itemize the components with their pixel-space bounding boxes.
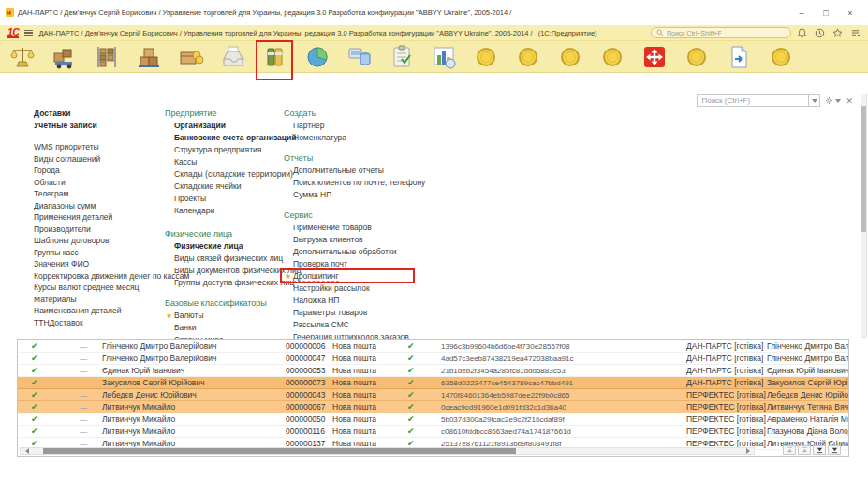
- group-dash-icon[interactable]: [53, 365, 102, 376]
- menu-item[interactable]: Проекты: [165, 193, 302, 205]
- move-up-button[interactable]: [798, 445, 811, 455]
- minimize-button[interactable]: –: [789, 6, 814, 21]
- cell-name[interactable]: Литвинчук Михайло: [102, 401, 286, 413]
- cell-code[interactable]: 000000047: [286, 353, 332, 364]
- menu-item[interactable]: Рассылка СМС: [284, 319, 425, 331]
- cell-delivery[interactable]: Нова пошта: [332, 353, 400, 364]
- check-icon[interactable]: [18, 413, 53, 425]
- check-icon[interactable]: [18, 426, 53, 437]
- cell-delivery[interactable]: Нова пошта: [332, 389, 400, 401]
- exchange-icon[interactable]: [641, 44, 668, 70]
- table-row[interactable]: Литвинчук Михайло000000116Нова поштаc086…: [18, 426, 848, 438]
- cell-hash[interactable]: 1396c3b99604b6d6be4f730e28557f08: [441, 340, 686, 352]
- scroll-right-icon[interactable]: [746, 448, 750, 454]
- group-dash-icon[interactable]: [53, 353, 102, 364]
- cell-firm[interactable]: ДАН-ПАРТС [готівка]: [686, 377, 767, 388]
- cell-name[interactable]: Єдинак Юрій Іванович: [102, 365, 286, 376]
- group-dash-icon[interactable]: [53, 413, 102, 425]
- cell-name[interactable]: Глінченко Дмитро Валерійович: [102, 340, 286, 352]
- cell-hash[interactable]: 1470f84601364eb5987dee22f9b0c865: [441, 389, 686, 401]
- move-down-button[interactable]: [813, 445, 826, 455]
- clipboard-icon[interactable]: [389, 44, 415, 70]
- check-icon[interactable]: [18, 353, 53, 364]
- check-icon[interactable]: [400, 426, 441, 437]
- cell-delivery[interactable]: Нова пошта: [332, 401, 400, 413]
- menu-item[interactable]: Структура предприятия: [165, 144, 302, 156]
- table-row-selected[interactable]: Закусилов Сергій Юрійович000000073Нова п…: [18, 377, 848, 389]
- move-to-top-button[interactable]: [783, 445, 796, 455]
- cell-name2[interactable]: Литвинчук Тетяна Вячеславівна: [767, 401, 848, 413]
- coin-icon[interactable]: [557, 44, 583, 70]
- maximize-button[interactable]: □: [814, 6, 838, 21]
- menu-item[interactable]: Выгрузка клиентов: [284, 234, 425, 246]
- menu-item[interactable]: Наложка НП: [284, 295, 425, 307]
- check-icon[interactable]: [400, 389, 441, 401]
- cell-name2[interactable]: Єдинак Юрій Іванович: [767, 365, 848, 376]
- cell-firm[interactable]: ПЕРФЕКТЕС [готівка]: [686, 426, 767, 437]
- notifications-bell-icon[interactable]: [797, 28, 807, 38]
- cell-firm[interactable]: ПЕРФЕКТЕС [готівка]: [686, 413, 767, 425]
- check-icon[interactable]: [18, 401, 53, 413]
- menu-scrollbar[interactable]: [861, 94, 867, 338]
- menu-item[interactable]: Настройки рассылок: [284, 282, 425, 295]
- panel-search-input[interactable]: Поиск (Ctrl+F): [697, 94, 809, 107]
- cell-hash[interactable]: c08610fddbcc8663aed74a174187661d: [441, 426, 686, 437]
- group-dash-icon[interactable]: [53, 401, 102, 413]
- cell-firm[interactable]: ПЕРФЕКТЕС [готівка]: [686, 401, 767, 413]
- coin-icon[interactable]: [515, 44, 541, 70]
- menu-item[interactable]: Генерация штрихкодов заказов: [284, 331, 425, 339]
- cell-delivery[interactable]: Нова пошта: [332, 413, 400, 425]
- cell-firm[interactable]: ДАН-ПАРТС [готівка]: [686, 340, 767, 352]
- cell-code[interactable]: 000000053: [286, 365, 332, 376]
- cell-code[interactable]: 000000050: [286, 413, 332, 425]
- cell-code[interactable]: 000000116: [286, 426, 332, 437]
- export-doc-icon[interactable]: [726, 44, 752, 70]
- chart-icon[interactable]: [431, 44, 457, 70]
- menu-item[interactable]: Дополнительные обработки: [284, 246, 425, 258]
- boxes-icon[interactable]: [136, 44, 162, 70]
- check-icon[interactable]: [18, 377, 53, 388]
- table-row[interactable]: Литвинчук Михайло000000067Нова пошта0cea…: [18, 401, 848, 413]
- menu-item[interactable]: Валюты: [165, 310, 302, 322]
- check-icon[interactable]: [400, 401, 441, 413]
- table-row[interactable]: Глінченко Дмитро Валерійович000000006Нов…: [18, 340, 848, 353]
- truck-icon[interactable]: [51, 44, 78, 70]
- history-clock-icon[interactable]: [815, 28, 825, 38]
- cell-firm[interactable]: ДАН-ПАРТС [готівка]: [686, 365, 767, 376]
- cell-hash[interactable]: 6358d0223477ce4543789cac47bbd491: [441, 377, 686, 388]
- menu-item[interactable]: Партнер: [284, 120, 425, 132]
- table-row[interactable]: Литвинчук Михайло000000050Нова пошта5b03…: [18, 413, 848, 426]
- check-icon[interactable]: [400, 365, 441, 376]
- menu-item[interactable]: Применение товаров: [284, 222, 425, 234]
- main-menu-icon[interactable]: [24, 30, 33, 36]
- cell-name2[interactable]: Авраменко Наталія Михайлівна: [767, 413, 848, 425]
- group-dash-icon[interactable]: [53, 389, 102, 401]
- group-dash-icon[interactable]: [53, 426, 102, 437]
- check-icon[interactable]: [400, 353, 441, 364]
- check-icon[interactable]: [18, 340, 53, 352]
- folders-icon[interactable]: [262, 44, 288, 70]
- scroll-left-icon[interactable]: [25, 448, 29, 454]
- favorites-star-icon[interactable]: [832, 28, 843, 38]
- menu-item[interactable]: Поиск клиентов по почте, телефону: [284, 177, 425, 189]
- menu-item[interactable]: Организации: [165, 120, 302, 132]
- coin-icon[interactable]: [599, 44, 625, 70]
- cell-hash[interactable]: 4ad57c3eeb87438219ea472038baa91c: [441, 353, 686, 364]
- table-row[interactable]: Єдинак Юрій Іванович000000053Нова пошта2…: [18, 365, 848, 377]
- tools-menu-icon[interactable]: [850, 28, 861, 38]
- cell-name2[interactable]: Закусилов Сергій Юрійович: [767, 377, 848, 388]
- menu-item[interactable]: Сумма НП: [284, 189, 425, 201]
- check-icon[interactable]: [400, 377, 441, 388]
- cell-delivery[interactable]: Нова пошта: [332, 377, 400, 388]
- cell-name[interactable]: Глінченко Дмитро Валерійович: [102, 353, 286, 364]
- cell-name[interactable]: Закусилов Сергій Юрійович: [102, 377, 286, 388]
- close-button[interactable]: ×: [838, 6, 862, 21]
- panel-settings-button[interactable]: [825, 96, 841, 105]
- cell-name[interactable]: Литвинчук Михайло: [102, 426, 286, 437]
- check-icon[interactable]: [18, 389, 53, 401]
- menu-item[interactable]: Номенклатура: [284, 132, 425, 144]
- cell-name[interactable]: Лебедєв Денис Юрійович: [102, 389, 286, 401]
- group-dash-icon[interactable]: [53, 340, 102, 352]
- menu-item[interactable]: Складские ячейки: [165, 181, 302, 193]
- menu-item[interactable]: Банковские счета организаций: [165, 132, 302, 144]
